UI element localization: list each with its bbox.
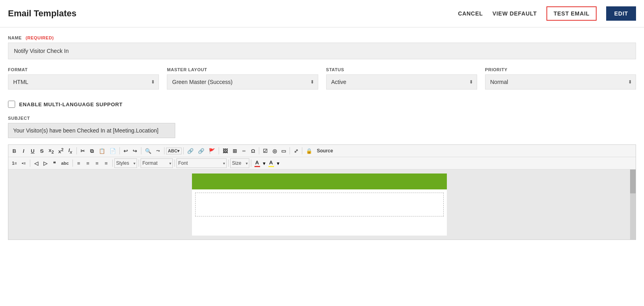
priority-label: PRIORITY [485,67,636,72]
indent-decrease-button[interactable]: ◁ [32,159,41,168]
source-button[interactable]: Source [315,147,335,155]
toolbar-separator-15 [228,160,229,167]
redo-button[interactable]: ↪ [131,147,139,155]
toolbar-separator-3 [141,147,141,154]
font-dropdown[interactable]: Font Arial Times New Roman [176,158,227,168]
format-select-wrapper: HTML Text ⬍ [8,74,159,90]
align-justify-button[interactable]: ≡ [102,159,111,168]
table-button[interactable]: ⊞ [230,147,239,155]
toolbar-separator-11 [72,160,73,167]
underline-button[interactable]: U [28,147,37,155]
toolbar-separator-5 [183,147,184,154]
font-color-button[interactable]: A [253,159,262,168]
form-dropdowns-row: FORMAT HTML Text ⬍ MASTER LAYOUT Green M… [8,67,636,90]
align-left-button[interactable]: ≡ [74,159,83,168]
master-layout-field-group: MASTER LAYOUT Green Master (Success) Blu… [167,67,318,90]
replace-button[interactable]: ⤳ [154,147,162,155]
special-char-button[interactable]: Ω [249,147,257,155]
email-header-bar [192,173,447,189]
font-select-wrapper: Font Arial Times New Roman [176,158,227,168]
remove-format-button[interactable]: abc [59,160,71,167]
superscript-button[interactable]: x2 [56,146,65,156]
indent-increase-button[interactable]: ▷ [41,159,50,168]
spell-check-button[interactable]: ABC▾ [166,148,182,154]
styles-select-wrapper: Styles [114,158,137,168]
font-bg-color-button[interactable]: A [267,159,276,168]
align-right-button[interactable]: ≡ [93,159,102,168]
email-preview [192,173,447,236]
font-color-letter: A [255,160,259,166]
editor-content-area[interactable] [8,170,630,240]
email-body-area [195,193,444,216]
toolbar-separator-4 [164,147,164,154]
test-email-button[interactable]: TEST EMAIL [546,6,597,21]
cut-button[interactable]: ✂ [78,147,87,155]
bold-button[interactable]: B [10,147,19,155]
font-bg-color-arrow[interactable]: ▾ [276,160,280,167]
format-select-wrapper-2: Format Heading 1 Heading 2 Paragraph [141,158,173,168]
unlink-button[interactable]: 🔗 [196,147,206,155]
header-actions: CANCEL VIEW DEFAULT TEST EMAIL EDIT [458,6,636,21]
name-label: NAME (Required) [8,35,636,40]
paste-text-button[interactable]: 📋 [97,147,107,155]
multilang-checkbox[interactable] [8,101,15,108]
radio-insert-button[interactable]: ◎ [270,147,279,155]
priority-select[interactable]: Normal High Low [485,74,636,90]
copy-button[interactable]: ⧉ [88,147,96,155]
subject-field-group: SUBJECT [8,116,636,138]
name-input[interactable] [8,43,636,59]
fullscreen-button[interactable]: ⤢ [292,147,300,155]
cancel-button[interactable]: CANCEL [458,10,483,17]
image-button[interactable]: 🖼 [221,147,230,155]
font-color-bar [254,166,260,167]
priority-select-wrapper: Normal High Low ⬍ [485,74,636,90]
status-select[interactable]: Active Inactive [326,74,477,90]
status-field-group: STATUS Active Inactive ⬍ [326,67,477,90]
status-label: STATUS [326,67,477,72]
toolbar-separator-13 [139,160,139,167]
styles-select[interactable]: Styles [114,158,137,168]
format-dropdown[interactable]: Format Heading 1 Heading 2 Paragraph [141,158,173,168]
content-area: NAME (Required) FORMAT HTML Text ⬍ MASTE… [0,27,644,248]
blockquote-button[interactable]: ❝ [50,159,59,168]
italic-button[interactable]: I [19,147,28,155]
multilang-label: ENABLE MULTI-LANGUAGE SUPPORT [19,101,123,107]
unordered-list-button[interactable]: •≡ [20,160,28,167]
undo-button[interactable]: ↩ [121,147,130,155]
strikethrough-button[interactable]: S [37,147,46,155]
font-color-arrow[interactable]: ▾ [262,160,266,167]
subject-input[interactable] [8,123,175,138]
toolbar-separator-10 [30,160,30,167]
find-button[interactable]: 🔍 [143,147,153,155]
format-field-group: FORMAT HTML Text ⬍ [8,67,159,90]
flag-button[interactable]: 🚩 [207,147,217,155]
hr-button[interactable]: ═ [239,147,248,155]
link-button[interactable]: 🔗 [185,147,196,155]
size-dropdown[interactable]: Size 10 12 14 16 [230,158,249,168]
toolbar-separator-12 [112,160,113,167]
master-layout-label: MASTER LAYOUT [167,67,318,72]
master-layout-select[interactable]: Green Master (Success) Blue Master Defau… [167,74,318,90]
email-footer-spacer [192,220,447,236]
ordered-list-button[interactable]: 1≡ [10,160,19,167]
rectangle-button[interactable]: ▭ [279,147,288,155]
editor-scrollbar-thumb [630,170,636,193]
view-default-button[interactable]: VIEW DEFAULT [492,10,537,17]
font-bg-letter: A [269,160,273,166]
format-label: FORMAT [8,67,159,72]
status-select-wrapper: Active Inactive ⬍ [326,74,477,90]
editor-scrollbar[interactable] [630,170,636,240]
lock-button[interactable]: 🔒 [304,147,314,155]
clear-format-button[interactable]: Ix [66,146,75,156]
format-select[interactable]: HTML Text [8,74,159,90]
paste-formatted-button[interactable]: 📄 [108,147,118,155]
align-center-button[interactable]: ≡ [84,159,92,168]
font-bg-bar [268,166,274,167]
checkbox-insert-button[interactable]: ☑ [261,147,270,155]
subject-label: SUBJECT [8,116,636,121]
page-header: Email Templates CANCEL VIEW DEFAULT TEST… [0,0,644,27]
multilang-row: ENABLE MULTI-LANGUAGE SUPPORT [8,101,636,108]
subscript-button[interactable]: x2 [47,146,56,156]
edit-button[interactable]: EDIT [606,6,636,21]
master-layout-select-wrapper: Green Master (Success) Blue Master Defau… [167,74,318,90]
